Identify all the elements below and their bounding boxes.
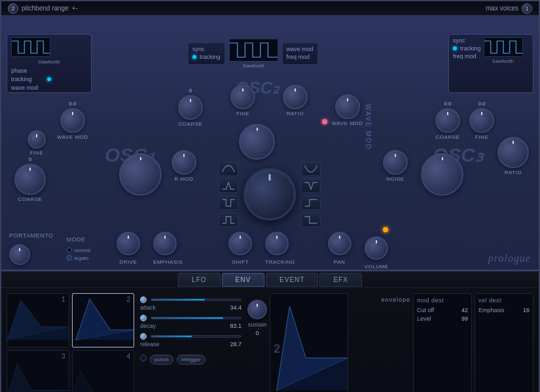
osc2-fine-knob[interactable] (230, 84, 255, 109)
osc2-main-knob[interactable] (239, 124, 275, 160)
filter-btn-2[interactable] (219, 179, 238, 193)
filter-btn-8[interactable] (301, 213, 321, 227)
portamento-knob[interactable] (9, 244, 30, 265)
top-bar-right: max voices 1 (486, 3, 532, 14)
vel-dest-title: vel dest (478, 297, 530, 304)
sustain-label: sustain (248, 321, 267, 328)
osc3-coarse-label: COARSE (436, 134, 460, 140)
osc3-ratio-knob[interactable] (497, 137, 529, 168)
osc3-wave-display (484, 37, 523, 57)
env-cell-2-number: 2 (126, 296, 130, 303)
osc2-main-knob-group (239, 124, 275, 160)
mode-normal-item[interactable]: normal (67, 247, 90, 253)
osc3-tracking-led[interactable] (453, 46, 457, 50)
osc2-fine-knob-group: FINE (230, 84, 255, 116)
osc2-sync-label[interactable]: sync (192, 46, 205, 52)
osc1-fine-knob[interactable] (27, 130, 46, 149)
tracking-knob[interactable] (265, 232, 289, 255)
volume-knob[interactable] (365, 236, 388, 260)
tab-efx[interactable]: EFX (319, 273, 361, 287)
sustain-knob[interactable] (247, 300, 267, 319)
osc1-coarse-label: COARSE (18, 196, 43, 202)
pan-group: PAN (328, 232, 351, 265)
drive-group: DRIVE (117, 232, 140, 265)
noise-knob[interactable] (383, 150, 408, 175)
mode-legato-radio[interactable] (67, 255, 72, 260)
env-cell-1[interactable]: 1 (7, 293, 69, 347)
max-voices-value[interactable]: 1 (522, 3, 532, 14)
punch-btn[interactable]: punch (150, 355, 173, 365)
env-cell-2[interactable]: 2 (72, 293, 135, 347)
volume-label: VOLUME (365, 264, 389, 270)
osc1-main-knob[interactable] (119, 153, 162, 196)
synth-body: 2 pitchbend range +- max voices 1 (0, 0, 540, 392)
tab-event[interactable]: EVENT (266, 273, 318, 287)
filter-main-knob[interactable] (243, 168, 296, 221)
retrigger-btn[interactable]: retrigger (177, 355, 206, 365)
release-row: release 28.7 (140, 333, 242, 347)
osc2-ratio-label: RATIO (287, 111, 304, 116)
decay-row: decay 83.1 (140, 315, 242, 329)
emphasis-knob[interactable] (153, 232, 177, 255)
portamento-group: PORTAMENTO (9, 232, 54, 265)
osc3-coarse-knob[interactable] (435, 108, 460, 133)
osc2-wavemod-label: wave mod (287, 46, 314, 52)
osc2-coarse-knob-group: 0 COARSE (178, 88, 203, 127)
mode-normal-label: normal (75, 247, 90, 253)
osc2-ratio-knob[interactable] (283, 84, 308, 109)
filter-btn-6[interactable] (301, 179, 321, 193)
vel-dest-val-0: 16 (523, 307, 530, 313)
mode-normal-radio[interactable] (67, 247, 72, 253)
tracking-group: TRACKING (265, 232, 295, 265)
rmod-knob[interactable] (171, 150, 196, 175)
osc2-coarse-knob[interactable] (178, 95, 203, 120)
osc2-wavemod-knob[interactable] (335, 94, 360, 119)
osc1-fine-label: FINE (30, 150, 43, 156)
vel-dest-key-0: Emphasis (478, 307, 505, 313)
release-value: 28.7 (222, 341, 242, 347)
pan-knob[interactable] (328, 232, 351, 255)
osc3-fine-knob[interactable] (469, 108, 494, 133)
filter-btn-7[interactable] (301, 196, 321, 210)
pitchbend-plusminus[interactable]: +- (72, 5, 78, 12)
wave-mod-vert-label: WAVE MOD (365, 104, 372, 150)
tab-bar: LFO ENV EVENT EFX (1, 271, 539, 288)
prologue-logo: prologue (488, 253, 531, 264)
tab-lfo[interactable]: LFO (178, 273, 220, 287)
mod-dest-title: mod dest (417, 297, 468, 304)
env-cell-4[interactable]: 4 (72, 350, 135, 393)
filter-btn-1[interactable] (219, 162, 238, 176)
attack-thumb[interactable] (140, 296, 147, 303)
osc1-coarse-knob[interactable] (14, 164, 46, 195)
env-cell-4-number: 4 (126, 353, 130, 360)
mode-legato-item[interactable]: legato (67, 255, 90, 261)
filter-btn-4[interactable] (219, 213, 238, 227)
mod-dest-row-1: Level 99 (417, 315, 468, 322)
tracking-label: TRACKING (265, 259, 295, 265)
env-cell-3[interactable]: 3 (7, 350, 69, 393)
pitchbend-value[interactable]: 2 (8, 3, 18, 14)
osc2-tracking-led[interactable] (192, 55, 196, 59)
vel-dest-panel: vel dest Emphasis 16 (475, 293, 533, 392)
osc3-main-knob[interactable] (421, 153, 463, 196)
env-cell-grid: 1 2 3 (7, 293, 134, 392)
filter-btn-5[interactable] (301, 162, 321, 176)
osc1-wavemod-knob[interactable] (60, 108, 85, 133)
osc3-coarse-value: 0.0 (444, 101, 451, 107)
drive-knob[interactable] (117, 232, 140, 255)
punch-radio[interactable] (140, 355, 147, 361)
osc1-tracking-led[interactable] (47, 77, 51, 81)
attack-slider[interactable] (151, 298, 242, 301)
osc1-fine-knob-group: FINE (27, 130, 46, 156)
decay-thumb[interactable] (140, 315, 147, 321)
pitchbend-label: pitchbend range (22, 5, 69, 12)
tab-env[interactable]: ENV (222, 273, 265, 287)
pan-label: PAN (328, 259, 351, 265)
release-slider[interactable] (151, 335, 242, 338)
shift-knob[interactable] (228, 232, 252, 255)
filter-btn-3[interactable] (219, 196, 238, 210)
release-thumb[interactable] (140, 333, 147, 340)
decay-slider[interactable] (151, 317, 242, 319)
rmod-label: R.MOD (174, 176, 193, 182)
osc3-ratio-knob-group: RATIO (497, 137, 529, 175)
